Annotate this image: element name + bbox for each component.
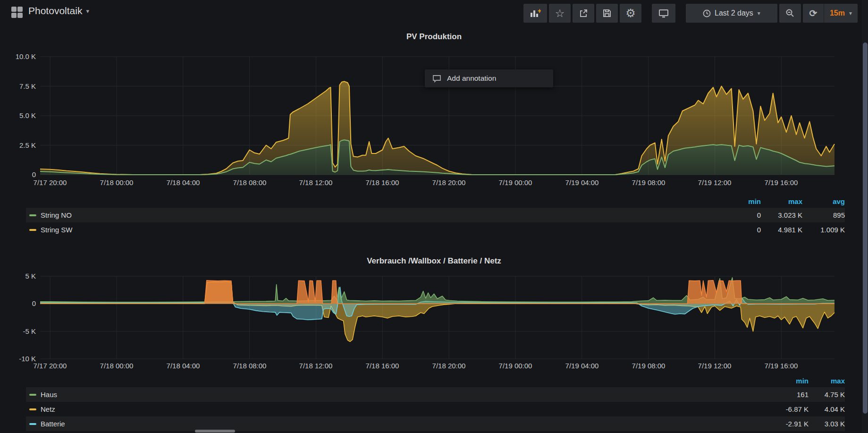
legend-column-header-max[interactable]: max [761,197,802,205]
x-tick-label: 7/19 04:00 [551,178,613,187]
legend-column-header-min[interactable]: min [772,377,809,385]
x-tick-label: 7/18 16:00 [352,362,413,370]
legend-series-name: Haus [41,391,57,399]
x-tick-label: 7/18 12:00 [285,362,346,370]
chevron-down-icon: ▾ [86,8,89,15]
share-button[interactable] [573,4,594,23]
legend-stat-value: 4.75 K [809,391,845,399]
x-tick-label: 7/18 20:00 [418,178,480,187]
y-tick-label: 5 K [0,272,36,280]
grid-square [11,13,17,18]
x-tick-label: 7/18 16:00 [352,178,413,187]
panel-title-verbrauch[interactable]: Verbrauch /Wallbox / Batterie / Netz [0,256,868,266]
dashboard-title-dropdown[interactable]: Photovoltaik▾ [28,5,89,17]
horizontal-scrollbar-thumb[interactable] [195,430,235,433]
grid-square [17,13,23,18]
series-areas [40,278,834,342]
legend-column-header-min[interactable]: min [719,197,761,205]
series-areas [40,82,834,175]
add-annotation-menu-item[interactable]: Add annotation [425,69,553,87]
y-tick-label: 10.0 K [0,52,36,60]
y-tick-label: 2.5 K [0,141,36,149]
legend-stat-value: 4.981 K [761,226,802,234]
zoom-out-button[interactable] [779,4,801,23]
legend-stat-value: 161 [772,391,809,399]
legend-stat-value: 1.009 K [802,226,845,234]
share-icon [579,8,588,18]
settings-button[interactable]: ⚙ [620,4,641,23]
legend-series-row[interactable]: String NO03.023 K895 [26,208,845,222]
x-tick-label: 7/19 08:00 [618,362,679,370]
y-tick-label: 0 [0,170,36,178]
top-navbar: Photovoltaik▾ + ☆ [0,0,868,25]
legend-series-row[interactable]: Haus1614.75 K [26,387,845,402]
legend-series-row[interactable]: Batterie-2.91 K3.03 K [26,416,845,431]
panel-title-pv-produktion[interactable]: PV Produktion [0,32,868,42]
legend-header-row: minmaxavg [26,195,845,208]
gear-icon: ⚙ [625,8,636,19]
legend-series-name: String SW [41,226,73,234]
legend-column-header-max[interactable]: max [809,377,845,385]
legend-stat-value: 4.04 K [809,405,845,413]
legend-series-row[interactable]: String SW04.981 K1.009 K [26,222,845,237]
x-tick-label: 7/19 12:00 [684,178,745,187]
vertical-scrollbar-thumb[interactable] [863,42,868,414]
save-icon [602,8,612,18]
legend-color-swatch [29,229,36,231]
refresh-interval-dropdown[interactable]: 15m ▾ [824,9,858,17]
x-tick-label: 7/17 20:00 [19,178,81,187]
legend-stat-value: 3.023 K [761,211,802,219]
y-tick-label: -5 K [0,327,36,335]
clock-icon [703,9,711,17]
legend-stat-value: 0 [719,211,761,219]
chevron-down-icon: ▾ [758,10,760,17]
legend-series-name: Batterie [41,420,65,428]
x-tick-label: 7/18 04:00 [152,178,214,187]
x-tick-label: 7/19 16:00 [750,178,812,187]
x-tick-label: 7/17 20:00 [19,362,81,370]
legend-series-row[interactable]: Netz-6.87 K4.04 K [26,402,845,416]
tv-mode-button[interactable] [652,4,675,23]
save-button[interactable] [596,4,618,23]
refresh-picker: ⟳ 15m ▾ [803,4,858,23]
legend-series-name: String NO [41,211,72,219]
dashboard-title: Photovoltaik [28,5,82,16]
grid-square [17,7,23,12]
y-tick-label: 7.5 K [0,82,36,90]
x-tick-label: 7/18 08:00 [219,362,280,370]
x-tick-label: 7/18 08:00 [219,178,280,187]
x-tick-label: 7/18 12:00 [285,178,346,187]
legend-stat-value: -2.91 K [772,420,809,428]
grid-square [11,7,17,12]
time-range-picker[interactable]: Last 2 days ▾ [686,4,777,23]
dashboard-grid-icon[interactable] [11,7,23,18]
chevron-down-icon: ▾ [849,10,852,17]
legend-series-name: Netz [41,405,55,413]
refresh-button[interactable]: ⟳ [803,8,824,18]
x-tick-label: 7/19 12:00 [684,362,745,370]
legend-color-swatch [29,408,36,410]
x-tick-label: 7/19 08:00 [618,178,679,187]
time-range-label: Last 2 days [715,9,753,17]
legend-color-swatch [29,214,36,216]
legend-color-swatch [29,423,36,425]
zoom-out-icon [785,8,795,18]
x-tick-label: 7/19 16:00 [750,362,812,370]
legend-stat-value: 3.03 K [809,420,845,428]
x-tick-label: 7/19 04:00 [551,362,613,370]
star-icon: ☆ [555,8,565,19]
legend-color-swatch [29,394,36,396]
star-button[interactable]: ☆ [549,4,571,23]
legend-stat-value: 895 [802,211,845,219]
add-panel-button[interactable]: + [523,4,547,23]
x-tick-label: 7/19 00:00 [485,178,546,187]
bar-chart-icon: + [530,8,541,18]
legend-table-pv: minmaxavgString NO03.023 K895String SW04… [26,195,845,237]
legend-column-header-avg[interactable]: avg [802,197,845,205]
legend-header-row: minmax [26,374,845,387]
comment-icon [432,75,441,83]
y-tick-label: 0 [0,299,36,307]
x-tick-label: 7/18 00:00 [86,178,147,187]
x-tick-label: 7/18 00:00 [86,362,147,370]
refresh-icon: ⟳ [809,8,817,18]
